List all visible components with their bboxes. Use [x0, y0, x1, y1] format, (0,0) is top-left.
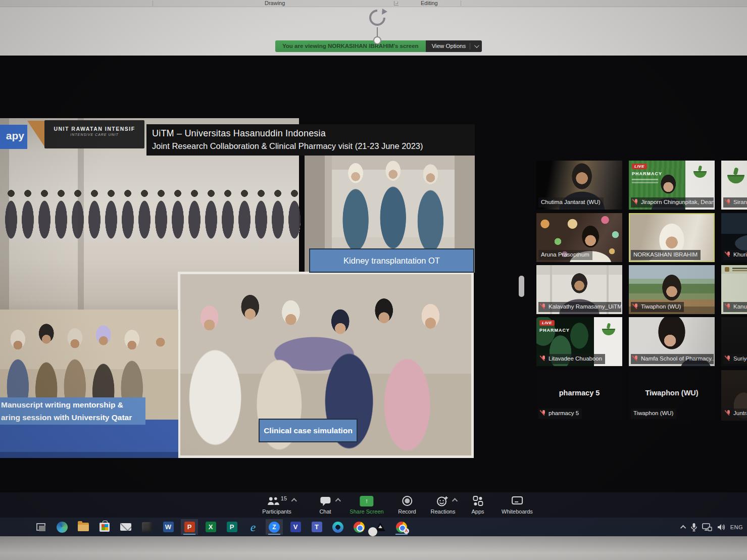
share-screen-button[interactable]: ↑ Share Screen	[350, 495, 383, 515]
excel-icon[interactable]: X	[202, 519, 219, 535]
participant-display-name: pharmacy 5	[536, 389, 622, 397]
chrome-profile-icon[interactable]: A	[393, 519, 410, 535]
task-view-icon[interactable]	[32, 519, 49, 535]
scrollbar-thumb[interactable]	[519, 276, 524, 297]
zoom-icon[interactable]: Z	[266, 519, 283, 535]
participant-tile[interactable]: Aruna Prasopthum	[536, 213, 622, 262]
monitor-photo: Drawing Editing You are viewing NORKASIH…	[0, 0, 747, 560]
webex-icon[interactable]	[329, 519, 346, 535]
participant-tile[interactable]: Suriyon O	[721, 317, 747, 366]
chat-label: Chat	[319, 508, 331, 515]
tray-network-icon[interactable]	[702, 523, 712, 531]
chevron-up-icon[interactable]	[335, 498, 340, 503]
muted-mic-icon	[726, 355, 731, 362]
powerpoint-icon[interactable]: P	[181, 519, 198, 535]
participant-name: Tiwaphon (WU)	[631, 409, 676, 419]
tray-volume-icon[interactable]	[717, 523, 726, 531]
viewing-banner-text: You are viewing NORKASIHAN IBRAHIM's scr…	[275, 40, 426, 52]
muted-mic-icon	[726, 410, 731, 417]
participant-tile[interactable]: LIVE PHARMACY Litavadee Chuaboon	[536, 317, 622, 366]
chat-button[interactable]: Chat	[319, 495, 331, 515]
muted-mic-icon	[726, 251, 731, 258]
desk-below-monitor	[0, 536, 747, 560]
pharmacy-overlay-text: PHARMACY	[539, 328, 570, 333]
file-explorer-icon[interactable]	[75, 519, 92, 535]
whiteboards-icon	[511, 496, 523, 506]
apps-label: Apps	[471, 508, 484, 515]
shape-rotation-handle[interactable]	[367, 7, 388, 42]
view-options-button[interactable]: View Options	[426, 40, 482, 52]
participant-tile-active-speaker[interactable]: NORKASIHAN IBRAHIM	[629, 213, 715, 262]
ribbon-separator	[153, 1, 153, 6]
muted-mic-icon	[541, 303, 546, 310]
participant-name: Siranee	[723, 197, 747, 208]
participant-tile[interactable]: Tiwaphon (WU) Tiwaphon (WU)	[629, 370, 715, 421]
icu-sign: UNIT RAWATAN INTENSIF INTENSIVE CARE UNI…	[44, 120, 144, 148]
apps-button[interactable]: Apps	[471, 495, 484, 515]
participant-name: NORKASIHAN IBRAHIM	[631, 250, 701, 260]
participant-tile[interactable]: Tiwaphon (WU)	[629, 265, 715, 314]
muted-mic-icon	[633, 199, 638, 206]
muted-mic-icon	[726, 303, 731, 310]
mail-icon[interactable]	[117, 519, 134, 535]
participants-count: 15	[281, 495, 287, 501]
participant-tile[interactable]: pharmacy 5 pharmacy 5	[536, 370, 622, 421]
teams-icon[interactable]: T	[308, 519, 325, 535]
handle-knob[interactable]	[373, 36, 381, 44]
participant-tile[interactable]: Namfa School of Pharmacy...	[629, 317, 715, 366]
participant-tile[interactable]: Siranee	[721, 161, 747, 210]
participant-display-name: Tiwaphon (WU)	[629, 389, 715, 397]
participant-name: Kanueng	[723, 302, 747, 312]
tray-mic-icon[interactable]	[690, 523, 698, 532]
visio-icon[interactable]: V	[287, 519, 304, 535]
participant-tile[interactable]: LIVE PHARMACY Jiraporn Chingunpitak, Dea…	[629, 161, 715, 210]
powerpoint-ribbon: Drawing Editing	[0, 0, 747, 7]
label-manuscript-mentorship: Manuscript writing mentorship & aring se…	[0, 397, 145, 425]
view-options-label: View Options	[432, 40, 466, 52]
share-screen-label: Share Screen	[350, 508, 383, 515]
whiteboards-button[interactable]: Whiteboards	[502, 495, 533, 515]
chevron-up-icon[interactable]	[452, 498, 458, 503]
reactions-button[interactable]: Reactions	[431, 495, 456, 515]
ribbon-editing-button[interactable]: Editing	[421, 0, 438, 7]
microsoft-store-icon[interactable]	[96, 519, 113, 535]
system-tray: ENG	[682, 518, 743, 536]
internet-explorer-icon[interactable]: e	[244, 519, 262, 535]
participant-tile[interactable]: Juntratip Je	[721, 370, 747, 421]
language-indicator[interactable]: ENG	[730, 524, 743, 530]
participant-tile[interactable]: Kanueng	[721, 265, 747, 314]
edge-icon[interactable]	[54, 519, 71, 535]
annotation-handle-dot[interactable]	[368, 527, 377, 536]
participant-name: Khuriah	[723, 250, 747, 260]
participants-button[interactable]: 15 Participants	[262, 495, 291, 515]
word-icon[interactable]: W	[160, 519, 177, 535]
apps-icon	[472, 495, 483, 506]
pharmacy-school-logo	[726, 167, 746, 186]
participant-tile[interactable]: Kalavathy Ramasamy_UiTM	[536, 265, 622, 314]
ribbon-drawing-tab[interactable]: Drawing	[265, 0, 285, 7]
participant-name: Kalavathy Ramasamy_UiTM	[538, 302, 621, 312]
label-clinical-case-simulation: Clinical case simulation	[259, 419, 358, 442]
chrome-icon[interactable]	[351, 519, 368, 535]
participant-name: Chutima Jantarat (WU)	[538, 197, 604, 208]
slide-title-line2: Joint Research Collaboration & Clinical …	[152, 140, 469, 152]
dialog-launcher-icon[interactable]	[394, 1, 399, 6]
record-icon	[402, 495, 413, 506]
participant-tile[interactable]: Khuriah	[721, 213, 747, 262]
icu-sign-line1: UNIT RAWATAN INTENSIF	[44, 126, 144, 132]
publisher-icon[interactable]: P	[223, 519, 240, 535]
dark-app-icon[interactable]	[138, 519, 156, 535]
participant-name: Litavadee Chuaboon	[538, 354, 605, 364]
chevron-up-icon[interactable]	[291, 498, 296, 503]
participant-name: Juntratip Je	[723, 409, 747, 419]
live-badge: LIVE	[632, 164, 647, 169]
participant-name: pharmacy 5	[538, 409, 582, 419]
muted-mic-icon	[541, 355, 546, 362]
reactions-icon	[437, 495, 449, 506]
record-button[interactable]: Record	[398, 495, 416, 515]
chevron-down-icon	[474, 43, 479, 48]
rotate-icon	[367, 7, 388, 28]
ribbon-separator	[461, 1, 461, 6]
participant-tile[interactable]: Chutima Jantarat (WU)	[536, 161, 622, 210]
participant-name: Suriyon O	[723, 354, 747, 364]
